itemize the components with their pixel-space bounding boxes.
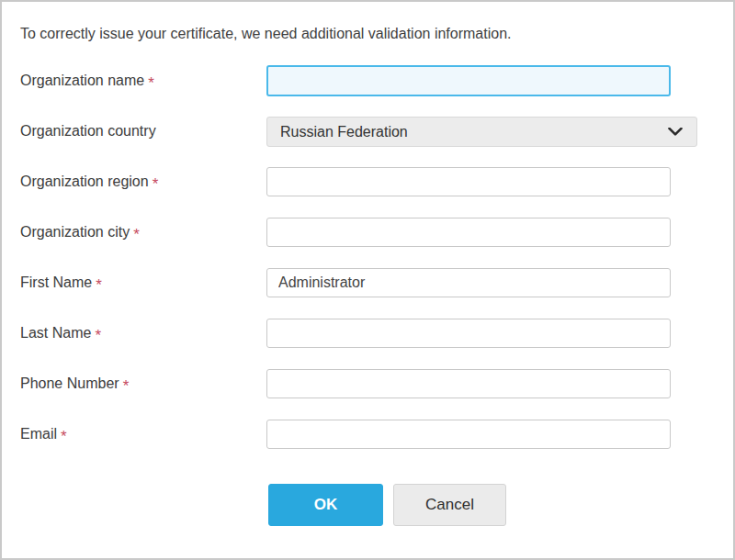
ok-button[interactable]: OK — [268, 484, 383, 526]
form-row-email: Email* — [20, 419, 715, 450]
first-name-input[interactable] — [266, 268, 671, 297]
organization-name-input[interactable] — [266, 65, 671, 96]
first-name-label: First Name* — [20, 274, 266, 292]
organization-region-label: Organization region* — [20, 173, 266, 191]
email-label: Email* — [20, 425, 266, 443]
email-input[interactable] — [266, 420, 671, 449]
required-asterisk: * — [153, 175, 159, 193]
form-row-organization-name: Organization name* — [20, 65, 715, 96]
form-row-organization-region: Organization region* — [20, 166, 715, 197]
certificate-validation-dialog: To correctly issue your certificate, we … — [2, 2, 733, 526]
organization-country-select[interactable]: Russian Federation — [266, 117, 697, 147]
last-name-input[interactable] — [266, 319, 671, 348]
label-text: Organization name — [20, 73, 144, 88]
label-text: Organization country — [20, 123, 156, 139]
required-asterisk: * — [61, 428, 67, 445]
required-asterisk: * — [148, 74, 154, 92]
phone-number-input[interactable] — [266, 369, 671, 398]
phone-number-label: Phone Number* — [20, 375, 266, 393]
organization-name-label: Organization name* — [20, 72, 266, 90]
organization-city-input[interactable] — [266, 218, 671, 247]
organization-region-input[interactable] — [266, 167, 671, 196]
organization-city-label: Organization city* — [20, 223, 266, 241]
dialog-message: To correctly issue your certificate, we … — [20, 24, 715, 44]
form-row-organization-city: Organization city* — [20, 217, 715, 248]
form-row-organization-country: Organization country Russian Federation — [20, 116, 715, 147]
label-text: Last Name — [20, 325, 91, 341]
cancel-button[interactable]: Cancel — [393, 484, 506, 526]
form-row-first-name: First Name* — [20, 267, 715, 298]
label-text: Email — [20, 426, 57, 442]
dialog-buttons: OK Cancel — [268, 484, 715, 526]
required-asterisk: * — [123, 377, 130, 395]
label-text: Organization city — [20, 224, 130, 240]
label-text: Organization region — [20, 174, 149, 189]
form-row-phone-number: Phone Number* — [20, 368, 715, 399]
last-name-label: Last Name* — [20, 324, 266, 342]
organization-country-select-wrap: Russian Federation — [266, 117, 697, 147]
label-text: First Name — [20, 274, 92, 290]
organization-country-label: Organization country — [20, 123, 266, 140]
required-asterisk: * — [133, 226, 140, 243]
form-row-last-name: Last Name* — [20, 318, 715, 349]
required-asterisk: * — [96, 276, 102, 294]
required-asterisk: * — [95, 327, 101, 344]
label-text: Phone Number — [20, 375, 119, 391]
